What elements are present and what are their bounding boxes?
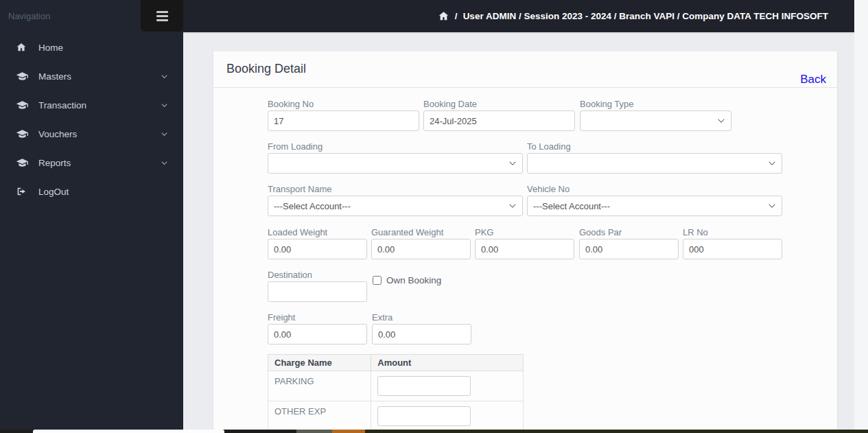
- vehicle-no-label: Vehicle No: [527, 184, 782, 196]
- amount-cell: [371, 371, 524, 401]
- taskbar-background-segment: [365, 430, 868, 433]
- charges-table: Charge Name Amount PARKING OTHER EXP: [268, 354, 524, 433]
- charge-name-cell: PARKING: [268, 371, 371, 401]
- transport-name-select[interactable]: ---Select Account---: [268, 196, 523, 216]
- to-loading-select[interactable]: [527, 153, 782, 174]
- graduation-cap-icon: [16, 156, 31, 169]
- to-loading-label: To Loading: [527, 141, 782, 153]
- goods-par-label: Goods Par: [579, 227, 679, 239]
- taskbar-strip: [0, 430, 868, 433]
- sidebar-item-label: LogOut: [38, 187, 69, 197]
- sidebar-nav: Home Masters Transaction Vouchers: [0, 33, 183, 206]
- sign-out-icon: [16, 186, 31, 197]
- destination-label: Destination: [268, 270, 367, 281]
- sidebar-item-label: Reports: [38, 158, 71, 168]
- own-booking-label: Own Booking: [386, 275, 441, 285]
- page-scrollbar[interactable]: [854, 0, 868, 433]
- guaranted-weight-label: Guaranted Weight: [371, 227, 471, 239]
- extra-label: Extra: [372, 312, 471, 324]
- charge-name-header: Charge Name: [268, 355, 371, 371]
- vehicle-no-select[interactable]: ---Select Account---: [527, 196, 782, 216]
- topbar: / User ADMIN / Session 2023 - 2024 / Bra…: [183, 0, 854, 32]
- destination-input[interactable]: [268, 281, 367, 302]
- freight-input[interactable]: [268, 324, 367, 344]
- home-icon: [16, 42, 31, 53]
- sidebar-item-vouchers[interactable]: Vouchers: [0, 119, 183, 148]
- booking-no-label: Booking No: [268, 99, 419, 110]
- sidebar-item-reports[interactable]: Reports: [0, 148, 183, 177]
- own-booking-group: Own Booking: [373, 275, 441, 285]
- chevron-down-icon: [161, 102, 168, 109]
- table-row: PARKING: [268, 371, 524, 401]
- breadcrumb: User ADMIN / Session 2023 - 2024 / Branc…: [463, 11, 828, 21]
- pkg-input[interactable]: [475, 239, 574, 259]
- own-booking-checkbox[interactable]: [373, 276, 382, 285]
- extra-input[interactable]: [372, 324, 471, 344]
- loaded-weight-label: Loaded Weight: [268, 227, 367, 239]
- lr-no-label: LR No: [683, 227, 782, 239]
- booking-date-input[interactable]: [423, 110, 575, 131]
- sidebar: Navigation Home Masters Transaction: [0, 0, 183, 433]
- booking-detail-card: Booking Detail Back Booking No Booking D…: [213, 51, 837, 433]
- page-title: Booking Detail: [226, 62, 306, 76]
- taskbar-icon-segment: [296, 430, 332, 433]
- booking-date-label: Booking Date: [423, 99, 575, 110]
- booking-type-select[interactable]: [580, 110, 731, 131]
- sidebar-item-label: Home: [38, 43, 63, 53]
- sidebar-item-label: Transaction: [38, 100, 86, 110]
- booking-type-label: Booking Type: [580, 99, 731, 110]
- back-link[interactable]: Back: [800, 73, 826, 86]
- parking-amount-input[interactable]: [377, 376, 471, 396]
- lr-no-input[interactable]: [683, 239, 782, 259]
- sidebar-item-label: Masters: [38, 71, 71, 82]
- chevron-down-icon: [161, 73, 168, 80]
- guaranted-weight-input[interactable]: [371, 239, 471, 259]
- transport-name-label: Transport Name: [268, 184, 523, 196]
- taskbar-icon-segment: [332, 430, 365, 433]
- graduation-cap-icon: [16, 70, 31, 83]
- breadcrumb-separator: /: [455, 11, 458, 21]
- pkg-label: PKG: [475, 227, 574, 239]
- graduation-cap-icon: [16, 128, 31, 141]
- taskbar-search-box[interactable]: [33, 430, 224, 433]
- sidebar-item-transaction[interactable]: Transaction: [0, 91, 183, 119]
- table-row: OTHER EXP: [268, 401, 524, 432]
- from-loading-label: From Loading: [268, 141, 523, 153]
- home-icon[interactable]: [438, 10, 449, 22]
- chevron-down-icon: [161, 159, 168, 167]
- amount-cell: [371, 401, 524, 432]
- charge-name-cell: OTHER EXP: [268, 401, 371, 432]
- graduation-cap-icon: [16, 99, 31, 112]
- sidebar-item-masters[interactable]: Masters: [0, 62, 183, 91]
- chevron-down-icon: [161, 130, 168, 138]
- sidebar-toggle-button[interactable]: [141, 0, 183, 32]
- loaded-weight-input[interactable]: [268, 239, 367, 259]
- amount-header: Amount: [371, 355, 524, 371]
- booking-no-input[interactable]: [268, 110, 419, 131]
- other-exp-amount-input[interactable]: [377, 406, 471, 426]
- sidebar-item-label: Vouchers: [38, 129, 77, 139]
- goods-par-input[interactable]: [579, 239, 679, 259]
- from-loading-select[interactable]: [268, 153, 523, 174]
- sidebar-item-logout[interactable]: LogOut: [0, 177, 183, 206]
- card-header: Booking Detail: [213, 51, 837, 88]
- freight-label: Freight: [268, 312, 367, 324]
- sidebar-item-home[interactable]: Home: [0, 33, 183, 62]
